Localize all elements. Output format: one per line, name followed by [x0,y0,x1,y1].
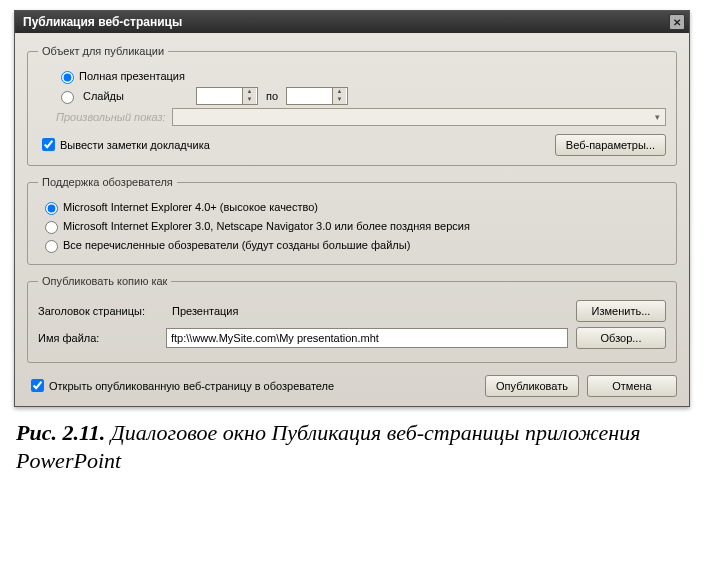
group-browser-support: Поддержка обозревателя Microsoft Interne… [27,176,677,265]
radio-slides[interactable] [61,91,74,104]
radio-ie4[interactable] [45,202,58,215]
spin-up-icon[interactable]: ▲ [243,88,256,96]
chevron-down-icon: ▾ [649,112,665,122]
figure-number: Рис. 2.11. [16,420,105,445]
radio-all-label: Все перечисленные обозреватели (будут со… [63,239,410,251]
figure-caption: Рис. 2.11. Диалоговое окно Публикация ве… [16,419,688,474]
check-notes-row[interactable]: Вывести заметки докладчика [38,135,210,154]
radio-ie4-label: Microsoft Internet Explorer 4.0+ (высоко… [63,201,318,213]
publish-web-dialog: Публикация веб-страницы ✕ Объект для пуб… [14,10,690,407]
slide-to-spinner[interactable]: ▲ ▼ [286,87,348,105]
dialog-footer: Открыть опубликованную веб-страницу в об… [27,373,677,398]
radio-ie3-label: Microsoft Internet Explorer 3.0, Netscap… [63,220,470,232]
value-page-title: Презентация [172,305,238,317]
radio-slides-row[interactable]: Слайды ▲ ▼ по ▲ ▼ [56,87,666,105]
publish-button[interactable]: Опубликовать [485,375,579,397]
custom-show-dropdown: ▾ [172,108,666,126]
dialog-title: Публикация веб-страницы [23,15,182,29]
radio-ie3-row[interactable]: Microsoft Internet Explorer 3.0, Netscap… [40,218,666,234]
radio-full-presentation[interactable] [61,71,74,84]
figure-text: Диалоговое окно Публикация веб-страницы … [16,420,640,473]
radio-full-presentation-row[interactable]: Полная презентация [56,68,666,84]
change-button[interactable]: Изменить... [576,300,666,322]
radio-all-browsers[interactable] [45,240,58,253]
slide-from-spinner[interactable]: ▲ ▼ [196,87,258,105]
filename-row: Имя файла: Обзор... [38,327,666,349]
group-browser-legend: Поддержка обозревателя [38,176,177,188]
group-copy-legend: Опубликовать копию как [38,275,171,287]
spin-up-icon[interactable]: ▲ [333,88,346,96]
check-notes-label: Вывести заметки докладчика [60,139,210,151]
radio-ie3[interactable] [45,221,58,234]
filename-input[interactable] [166,328,568,348]
slide-from-input[interactable] [197,88,237,104]
radio-all-row[interactable]: Все перечисленные обозреватели (будут со… [40,237,666,253]
page-title-row: Заголовок страницы: Презентация Изменить… [38,300,666,322]
custom-show-row: Произвольный показ: ▾ [56,108,666,126]
spin-down-icon[interactable]: ▼ [243,96,256,104]
titlebar: Публикация веб-страницы ✕ [15,11,689,33]
group-publish-copy: Опубликовать копию как Заголовок страниц… [27,275,677,363]
spin-down-icon[interactable]: ▼ [333,96,346,104]
check-open-row[interactable]: Открыть опубликованную веб-страницу в об… [27,376,334,395]
browse-button[interactable]: Обзор... [576,327,666,349]
cancel-button[interactable]: Отмена [587,375,677,397]
custom-show-disabled: Произвольный показ: [56,111,166,123]
radio-slides-label: Слайды [83,90,124,102]
slides-sep: по [266,90,278,102]
group-object-legend: Объект для публикации [38,45,168,57]
web-options-button[interactable]: Веб-параметры... [555,134,666,156]
label-filename: Имя файла: [38,332,158,344]
group-publish-object: Объект для публикации Полная презентация… [27,45,677,166]
radio-ie4-row[interactable]: Microsoft Internet Explorer 4.0+ (высоко… [40,199,666,215]
slide-to-input[interactable] [287,88,327,104]
label-page-title: Заголовок страницы: [38,305,158,317]
check-open-label: Открыть опубликованную веб-страницу в об… [49,380,334,392]
check-notes[interactable] [42,138,55,151]
check-open-in-browser[interactable] [31,379,44,392]
close-icon[interactable]: ✕ [669,14,685,30]
radio-full-label: Полная презентация [79,70,185,82]
